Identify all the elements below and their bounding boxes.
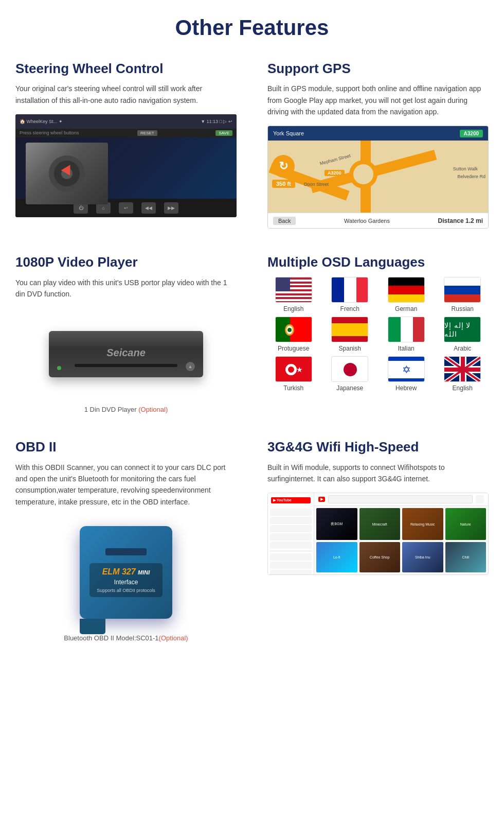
gps-desc: Built in GPS module, support both online… xyxy=(267,83,489,117)
lang-arabic: لا إله إلا الله Arabic xyxy=(437,317,489,352)
lang-arabic-label: Arabic xyxy=(454,345,471,352)
feature-gps: Support GPS Built in GPS module, support… xyxy=(252,50,504,244)
wifi-desc: Built in Wifi module, supports to connec… xyxy=(267,462,489,485)
video-thumb-3: Relaxing Music xyxy=(402,508,443,540)
feature-osd: Multiple OSD Languages English xyxy=(252,244,504,429)
lang-hebrew-label: Hebrew xyxy=(395,385,417,392)
flag-us xyxy=(275,277,312,303)
flag-es xyxy=(331,317,368,342)
video-thumb-2: Minecraft xyxy=(359,508,401,540)
gps-image: York Square A3200 ↻ 350 ft Mepham Street xyxy=(267,126,489,229)
lang-turkish: ★ Turkish xyxy=(267,356,320,392)
lang-german-label: German xyxy=(395,305,417,312)
lang-italian: Italian xyxy=(380,317,433,352)
lang-turkish-label: Turkish xyxy=(283,385,303,392)
lang-japanese: Japanese xyxy=(324,356,376,392)
lang-russian: Russian xyxy=(437,277,489,312)
steering-title: Steering Wheel Control xyxy=(15,61,237,77)
lang-german: German xyxy=(380,277,433,312)
steering-image: 🏠 WheelKey St... ✦ ▼ 11:13 □ ▷ ↩ Press s… xyxy=(15,114,237,217)
lang-japanese-label: Japanese xyxy=(336,385,363,392)
obd-caption: Bluetooth OBD II Model:SC01-1(Optional) xyxy=(15,634,237,642)
feature-wifi: 3G&4G Wifi High-Speed Built in Wifi modu… xyxy=(252,429,504,657)
feature-obd: OBD II With this OBDII Scanner, you can … xyxy=(0,429,252,657)
video-desc: You can play video with this unit's USB … xyxy=(15,277,237,300)
lang-italian-label: Italian xyxy=(398,345,415,352)
flag-jp xyxy=(331,356,368,382)
video-thumb-8: Chill xyxy=(445,542,487,572)
video-title: 1080P Video Player xyxy=(15,254,237,270)
video-thumb-5: Lo-fi xyxy=(316,542,357,572)
lang-english-gb-label: English xyxy=(453,385,473,392)
steering-topbar: 🏠 WheelKey St... ✦ ▼ 11:13 □ ▷ ↩ xyxy=(15,114,237,129)
video-thumb-1: 夜BGM xyxy=(316,508,357,540)
wifi-title: 3G&4G Wifi High-Speed xyxy=(267,439,489,455)
video-thumb-4: Nature xyxy=(445,508,487,540)
lang-hebrew: ✡ Hebrew xyxy=(380,356,433,392)
obd-image: ELM 327 MINI Interface Supports all OBDI… xyxy=(15,516,237,629)
features-grid: Steering Wheel Control Your original car… xyxy=(0,50,504,657)
feature-steering: Steering Wheel Control Your original car… xyxy=(0,50,252,244)
osd-title: Multiple OSD Languages xyxy=(267,254,489,270)
flag-ru xyxy=(444,277,481,303)
flag-it xyxy=(388,317,425,342)
lang-english: English xyxy=(267,277,320,312)
obd-desc: With this OBDII Scanner, you can connect… xyxy=(15,462,237,508)
lang-portuguese: Protuguese xyxy=(267,317,320,352)
flag-fr xyxy=(331,277,368,303)
obd-title: OBD II xyxy=(15,439,237,455)
lang-spanish: Spanish xyxy=(324,317,376,352)
gps-title: Support GPS xyxy=(267,61,489,77)
lang-french-label: French xyxy=(340,305,359,312)
flag-pt xyxy=(275,317,312,342)
lang-english-gb: English xyxy=(437,356,489,392)
page-title: Other Features xyxy=(0,0,504,50)
lang-english-label: English xyxy=(283,305,303,312)
steering-desc: Your original car's steering wheel contr… xyxy=(15,83,237,106)
flag-gb xyxy=(444,356,481,382)
flag-de xyxy=(388,277,425,303)
dvd-image: Seicane ▲ xyxy=(15,308,237,400)
lang-russian-label: Russian xyxy=(452,305,474,312)
wifi-image: ▶ YouTube ▶ xyxy=(267,493,489,575)
flag-tr: ★ xyxy=(275,356,312,382)
youtube-videos: 夜BGM Minecraft Relaxing Music Nature Lo-… xyxy=(314,506,488,574)
flag-il: ✡ xyxy=(388,356,425,382)
lang-spanish-label: Spanish xyxy=(339,345,361,352)
video-thumb-7: Shiba Inu xyxy=(402,542,443,572)
dvd-caption: 1 Din DVD Player (Optional) xyxy=(15,406,237,413)
languages-grid: English French xyxy=(267,277,489,392)
lang-french: French xyxy=(324,277,376,312)
feature-video: 1080P Video Player You can play video wi… xyxy=(0,244,252,429)
flag-sa: لا إله إلا الله xyxy=(444,317,481,342)
lang-portuguese-label: Protuguese xyxy=(278,345,309,352)
video-thumb-6: Coffee Shop xyxy=(359,542,401,572)
